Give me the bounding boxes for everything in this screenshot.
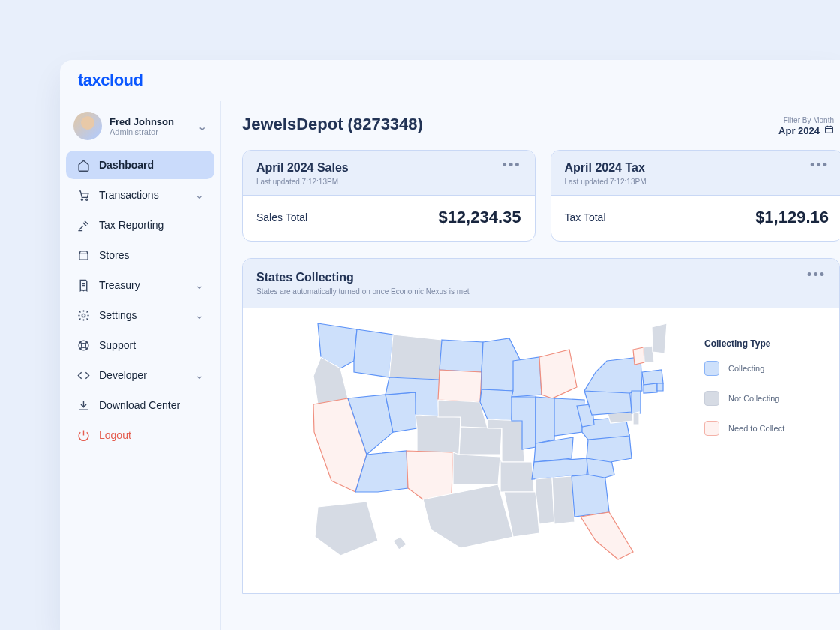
nav-dashboard[interactable]: Dashboard <box>66 151 214 179</box>
metric-value: $12,234.35 <box>438 208 520 227</box>
chevron-down-icon: ⌄ <box>195 279 204 291</box>
legend-not-collecting: Not Collecting <box>704 391 817 406</box>
nav-download-center[interactable]: Download Center <box>66 391 214 419</box>
svg-point-2 <box>82 314 85 316</box>
calendar-icon <box>824 124 834 136</box>
store-icon <box>76 248 90 262</box>
avatar <box>74 112 102 140</box>
card-subtitle: States are automatically turned on once … <box>256 287 469 296</box>
metric-label: Tax Total <box>565 212 606 224</box>
profile-menu[interactable]: Fred Johnson Administrator ⌄ <box>66 107 214 151</box>
card-title: April 2024 Tax <box>565 161 646 175</box>
lifebuoy-icon <box>76 338 90 352</box>
nav-transactions[interactable]: Transactions ⌄ <box>66 181 214 209</box>
more-icon[interactable]: ••• <box>810 161 829 169</box>
filter-value: Apr 2024 <box>778 125 820 136</box>
nav-label: Support <box>99 339 136 351</box>
us-map <box>310 316 678 563</box>
svg-point-4 <box>81 343 86 347</box>
chevron-down-icon: ⌄ <box>197 119 207 134</box>
home-icon <box>76 158 90 172</box>
more-icon[interactable]: ••• <box>502 161 521 169</box>
month-filter[interactable]: Filter By Month Apr 2024 <box>778 116 834 136</box>
swatch-need-to-collect <box>704 421 719 436</box>
chevron-down-icon: ⌄ <box>195 309 204 321</box>
svg-rect-5 <box>826 127 833 134</box>
more-icon[interactable]: ••• <box>807 271 826 278</box>
app-window: taxcloud Fred Johnson Administrator ⌄ Da… <box>60 60 840 630</box>
nav-label: Tax Reporting <box>99 219 164 231</box>
legend-title: Collecting Type <box>704 338 817 349</box>
metric-value: $1,129.16 <box>755 208 829 227</box>
nav-support[interactable]: Support <box>66 331 214 359</box>
card-title: April 2024 Sales <box>256 161 349 175</box>
legend-text: Collecting <box>728 364 764 373</box>
swatch-collecting <box>704 361 719 376</box>
states-card: States Collecting States are automatical… <box>242 258 840 594</box>
sidebar: Fred Johnson Administrator ⌄ Dashboard T… <box>60 100 220 630</box>
topbar: taxcloud <box>60 60 840 100</box>
main-content: JewelsDepot (8273348) Filter By Month Ap… <box>220 100 840 630</box>
nav-label: Stores <box>99 249 129 261</box>
card-title: States Collecting <box>256 271 469 284</box>
svg-point-0 <box>81 199 82 200</box>
nav-label: Download Center <box>99 399 180 411</box>
brand-logo: taxcloud <box>78 70 142 90</box>
legend-collecting: Collecting <box>704 361 817 376</box>
svg-point-1 <box>86 199 87 200</box>
nav-label: Settings <box>99 309 137 321</box>
nav-tax-reporting[interactable]: Tax Reporting <box>66 211 214 239</box>
gear-icon <box>76 308 90 322</box>
nav-treasury[interactable]: Treasury ⌄ <box>66 271 214 299</box>
download-icon <box>76 398 90 412</box>
page-title: JewelsDepot (8273348) <box>242 115 423 134</box>
chevron-down-icon: ⌄ <box>195 369 204 381</box>
profile-name: Fred Johnson <box>110 116 190 128</box>
legend-need-to-collect: Need to Collect <box>704 421 817 436</box>
power-icon <box>76 428 90 442</box>
nav-logout[interactable]: Logout <box>66 421 214 449</box>
metric-label: Sales Total <box>256 212 308 224</box>
card-subtitle: Last updated 7:12:13PM <box>256 178 349 186</box>
profile-role: Administrator <box>110 128 190 136</box>
nav-label: Dashboard <box>99 159 154 171</box>
filter-label: Filter By Month <box>778 116 834 124</box>
nav-stores[interactable]: Stores <box>66 241 214 269</box>
gavel-icon <box>76 218 90 232</box>
legend-text: Not Collecting <box>728 394 779 403</box>
sales-card: April 2024 Sales Last updated 7:12:13PM … <box>242 150 536 242</box>
nav-label: Developer <box>99 369 147 381</box>
receipt-icon <box>76 278 90 292</box>
nav-label: Treasury <box>99 279 140 291</box>
card-subtitle: Last updated 7:12:13PM <box>565 178 646 186</box>
chevron-down-icon: ⌄ <box>195 189 204 201</box>
nav-label: Logout <box>99 429 131 441</box>
nav-settings[interactable]: Settings ⌄ <box>66 301 214 329</box>
swatch-not-collecting <box>704 391 719 406</box>
tax-card: April 2024 Tax Last updated 7:12:13PM ••… <box>550 150 841 242</box>
legend-text: Need to Collect <box>728 424 784 433</box>
map-legend: Collecting Type Collecting Not Collectin… <box>704 338 817 451</box>
code-icon <box>76 368 90 382</box>
cart-icon <box>76 188 90 202</box>
nav-developer[interactable]: Developer ⌄ <box>66 361 214 389</box>
nav-label: Transactions <box>99 189 159 201</box>
